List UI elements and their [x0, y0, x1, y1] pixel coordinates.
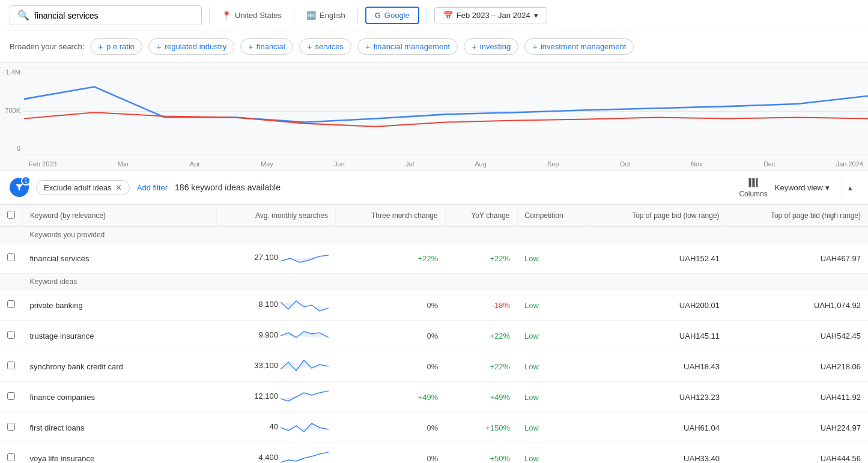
keyword-name: private banking	[23, 290, 217, 321]
row-checkbox-cell[interactable]	[0, 321, 23, 351]
broaden-chip-6[interactable]: +investment management	[524, 38, 634, 55]
competition: Low	[517, 413, 589, 443]
plus-icon-0: +	[98, 41, 103, 52]
columns-icon	[747, 177, 759, 189]
location-filter[interactable]: 📍 United States	[217, 8, 287, 22]
google-icon: G	[375, 11, 381, 20]
yoy-change: +22%	[445, 351, 517, 382]
header-yoy[interactable]: YoY change	[445, 205, 517, 227]
header-competition[interactable]: Competition	[517, 205, 589, 227]
plus-icon-1: +	[156, 41, 162, 52]
divider2	[294, 7, 294, 24]
chart-y-labels: 1.4M 700K 0	[0, 68, 24, 152]
idea-checkbox-2[interactable]	[7, 362, 15, 369]
idea-checkbox-0[interactable]	[7, 300, 15, 308]
bid-low: UAH200.01	[589, 290, 727, 321]
broaden-chip-5[interactable]: +investing	[464, 38, 518, 55]
header-three-month[interactable]: Three month change	[336, 205, 446, 227]
language-filter[interactable]: 🔤 English	[302, 8, 350, 22]
chip-label-0: p e ratio	[106, 42, 135, 51]
competition: Low	[517, 321, 589, 351]
three-month-change: +49%	[336, 382, 446, 413]
x-label-9: Nov	[691, 160, 703, 168]
avg-searches: 40	[216, 413, 335, 443]
bid-low: UAH123.23	[589, 382, 727, 413]
broaden-chip-4[interactable]: +financial management	[357, 38, 458, 55]
exclude-adult-chip[interactable]: Exclude adult ideas ✕	[36, 180, 130, 195]
plus-icon-3: +	[307, 41, 312, 52]
chip-label-3: services	[315, 42, 344, 51]
competition: Low	[517, 290, 589, 321]
yoy-change: +150%	[445, 413, 517, 443]
header-bid-high[interactable]: Top of page bid (high range)	[727, 205, 868, 227]
search-icon: 🔍	[17, 10, 29, 21]
date-range-button[interactable]: 📅 Feb 2023 – Jan 2024 ▾	[434, 7, 547, 23]
three-month-change: 0%	[336, 290, 446, 321]
columns-button[interactable]: Columns	[739, 177, 767, 198]
filter-icon-button[interactable]: 1	[10, 178, 29, 197]
chevron-down-icon-kw: ▾	[825, 183, 830, 192]
table-row: trustage insurance 9,900 0% +22% Low UAH…	[0, 321, 868, 351]
idea-checkbox-1[interactable]	[7, 331, 15, 339]
row-checkbox-cell[interactable]	[0, 243, 23, 274]
idea-checkbox-4[interactable]	[7, 423, 15, 431]
row-checkbox-0[interactable]	[7, 253, 15, 261]
filter-bar: 1 Exclude adult ideas ✕ Add filter 186 k…	[0, 171, 868, 205]
header-keyword[interactable]: Keyword (by relevance)	[23, 205, 217, 227]
search-box[interactable]: 🔍	[10, 5, 202, 25]
x-label-0: Feb 2023	[29, 160, 56, 168]
add-filter-button[interactable]: Add filter	[137, 183, 168, 192]
row-checkbox-cell[interactable]	[0, 413, 23, 443]
idea-checkbox-5[interactable]	[7, 453, 15, 461]
search-input[interactable]	[34, 11, 194, 20]
header-bid-low[interactable]: Top of page bid (low range)	[589, 205, 727, 227]
idea-checkbox-3[interactable]	[7, 392, 15, 400]
bid-high: UAH444.56	[727, 443, 868, 464]
x-label-6: Aug	[475, 160, 487, 168]
row-checkbox-cell[interactable]	[0, 290, 23, 321]
broaden-chip-0[interactable]: +p e ratio	[90, 38, 142, 55]
three-month-change: 0%	[336, 413, 446, 443]
row-checkbox-cell[interactable]	[0, 382, 23, 413]
x-label-3: May	[261, 160, 273, 168]
chevron-down-icon: ▾	[534, 11, 538, 20]
broaden-chip-1[interactable]: +regulated industry	[148, 38, 234, 55]
svg-rect-3	[749, 178, 751, 187]
language-icon: 🔤	[306, 11, 316, 20]
table-row: private banking 8,100 0% -18% Low UAH200…	[0, 290, 868, 321]
x-label-11: Jan 2024	[836, 160, 863, 168]
chart-area: 1.4M 700K 0 Feb 2023 Mar Apr May Jun Jul…	[0, 62, 868, 171]
keyword-name: first direct loans	[23, 413, 217, 443]
collapse-button[interactable]: ▴	[842, 179, 858, 196]
header-checkbox-cell[interactable]	[0, 205, 23, 227]
header-avg-searches[interactable]: Avg. monthly searches	[216, 205, 335, 227]
three-month-change: +22%	[336, 243, 446, 274]
keyword-view-button[interactable]: Keyword view ▾	[775, 183, 830, 192]
x-label-8: Oct	[620, 160, 630, 168]
keyword-name: financial services	[23, 243, 217, 274]
table-row: voya life insurance 4,400 0% +50% Low UA…	[0, 443, 868, 464]
table-body: Keywords you provided financial services…	[0, 227, 868, 464]
keyword-count: 186 keyword ideas available	[175, 183, 732, 192]
bid-low: UAH33.40	[589, 443, 727, 464]
bid-high: UAH411.92	[727, 382, 868, 413]
yoy-change: -18%	[445, 290, 517, 321]
google-label: Google	[384, 11, 410, 20]
three-month-change: 0%	[336, 321, 446, 351]
keyword-name: synchrony bank credit card	[23, 351, 217, 382]
row-checkbox-cell[interactable]	[0, 443, 23, 464]
chip-label-4: financial management	[374, 42, 450, 51]
x-label-4: Jun	[334, 160, 345, 168]
three-month-change: 0%	[336, 443, 446, 464]
broaden-chip-3[interactable]: +services	[299, 38, 351, 55]
row-checkbox-cell[interactable]	[0, 351, 23, 382]
broaden-chip-2[interactable]: +financial	[240, 38, 293, 55]
keyword-table: Keyword (by relevance) Avg. monthly sear…	[0, 205, 868, 463]
calendar-icon: 📅	[443, 11, 453, 20]
competition: Low	[517, 351, 589, 382]
select-all-checkbox[interactable]	[7, 211, 15, 219]
competition: Low	[517, 443, 589, 464]
google-button[interactable]: G Google	[365, 7, 419, 24]
svg-rect-4	[752, 178, 754, 187]
exclude-close-icon[interactable]: ✕	[115, 183, 122, 192]
